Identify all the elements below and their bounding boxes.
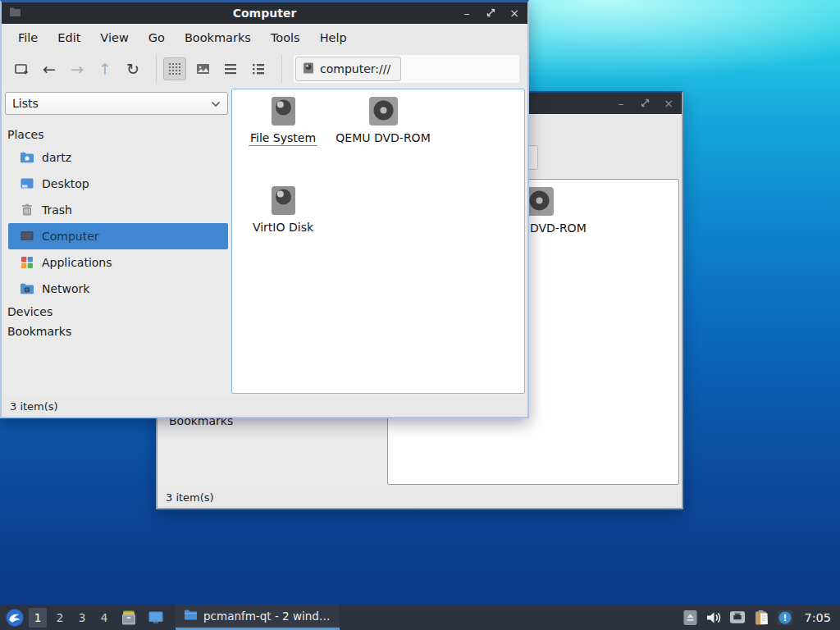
titlebar-front[interactable]: Computer – × xyxy=(2,2,527,24)
drive-icon xyxy=(303,62,314,76)
system-tray: ! xyxy=(682,609,793,626)
svg-text:!: ! xyxy=(783,613,788,623)
restore-button[interactable] xyxy=(485,7,496,19)
new-window-button[interactable] xyxy=(10,57,33,80)
sidebar-item-label: Computer xyxy=(42,230,99,243)
workspace-button-4[interactable]: 4 xyxy=(95,608,113,628)
trash-icon xyxy=(20,203,34,217)
sidebar-item-trash[interactable]: Trash xyxy=(8,197,228,223)
minimize-button[interactable]: – xyxy=(615,98,627,109)
path-button-label: computer:/// xyxy=(320,62,390,75)
file-view[interactable]: File System QEMU DVD-ROM VirtIO Disk xyxy=(231,89,525,394)
window-folder-icon xyxy=(9,7,21,20)
eject-removable-media-icon[interactable] xyxy=(682,609,698,626)
file-label: File System xyxy=(249,131,317,146)
computer-icon xyxy=(20,229,34,244)
menu-file[interactable]: File xyxy=(8,27,48,48)
sidebar-item-applications[interactable]: Applications xyxy=(8,249,228,276)
places-tree: Places dartz Desktop xyxy=(2,118,231,341)
file-manager-window-front[interactable]: Computer – × File Edit View Go Bookmarks… xyxy=(0,0,529,418)
sidebar-item-label: Applications xyxy=(42,256,112,269)
taskbar: 1 2 3 4 pcmanfm-qt - 2 windo... xyxy=(0,605,840,630)
quicklaunch-desktop-icon[interactable] xyxy=(145,607,167,628)
menubar: File Edit View Go Bookmarks Tools Help xyxy=(2,24,527,51)
workspace-button-3[interactable]: 3 xyxy=(73,608,91,628)
desktop-icon xyxy=(20,176,34,191)
sidebar-item-label: Trash xyxy=(42,203,72,217)
restore-button[interactable] xyxy=(639,98,651,109)
minimize-button[interactable]: – xyxy=(461,7,472,19)
home-folder-icon xyxy=(20,150,34,165)
file-item-virtio-disk[interactable]: VirtIO Disk xyxy=(235,185,331,235)
statusbar-back: 3 item(s) xyxy=(158,487,682,508)
back-button[interactable]: ← xyxy=(38,57,61,80)
file-label: VirtIO Disk xyxy=(251,221,315,235)
sidebar-item-desktop[interactable]: Desktop xyxy=(8,171,228,197)
sidebar-category-places: Places xyxy=(2,125,231,144)
window-body: Lists Places dartz xyxy=(2,87,527,396)
toolbar: ← → ↑ ↻ xyxy=(2,51,527,87)
sidebar-item-dartz[interactable]: dartz xyxy=(8,144,228,171)
sidebar-item-label: dartz xyxy=(42,151,71,164)
close-button[interactable]: × xyxy=(509,7,520,19)
hard-drive-icon xyxy=(268,96,299,126)
menu-tools[interactable]: Tools xyxy=(261,27,310,48)
file-label: QEMU DVD-ROM xyxy=(334,131,431,145)
optical-disc-icon xyxy=(368,96,399,126)
start-menu-button[interactable] xyxy=(4,607,25,628)
compact-view-button[interactable] xyxy=(219,57,242,80)
workspace-button-1[interactable]: 1 xyxy=(29,608,47,628)
menu-bookmarks[interactable]: Bookmarks xyxy=(175,27,261,48)
file-item-qemu-dvd-rom[interactable]: QEMU DVD-ROM xyxy=(335,96,431,145)
desktop-wallpaper: Computer – × computer:/// Devices Bookma… xyxy=(0,0,840,630)
clipboard-icon[interactable] xyxy=(753,609,769,626)
network-tray-icon[interactable] xyxy=(729,609,746,626)
menu-edit[interactable]: Edit xyxy=(48,27,90,48)
up-button[interactable]: ↑ xyxy=(94,57,116,80)
detailed-list-view-button[interactable] xyxy=(247,57,270,80)
folder-icon xyxy=(184,609,198,623)
volume-icon[interactable] xyxy=(705,609,722,626)
sidebar-item-network[interactable]: Network xyxy=(8,276,228,302)
menu-help[interactable]: Help xyxy=(310,27,357,48)
toolbar-separator xyxy=(281,55,282,83)
toolbar-separator xyxy=(156,55,157,83)
pathbar[interactable]: computer:/// xyxy=(294,55,519,83)
sidebar-mode-label: Lists xyxy=(12,97,39,110)
path-button[interactable]: computer:/// xyxy=(295,57,401,81)
sidebar: Lists Places dartz xyxy=(2,87,231,396)
network-icon xyxy=(20,281,34,296)
sidebar-item-computer[interactable]: Computer xyxy=(8,223,228,249)
menu-go[interactable]: Go xyxy=(139,27,175,48)
sidebar-mode-selector[interactable]: Lists xyxy=(5,92,228,115)
reload-button[interactable]: ↻ xyxy=(121,57,144,80)
window-title: Computer xyxy=(2,7,527,20)
status-text: 3 item(s) xyxy=(10,400,58,413)
notification-icon[interactable]: ! xyxy=(777,609,793,626)
sidebar-category-devices: Devices xyxy=(2,302,231,322)
chevron-down-icon xyxy=(211,97,221,110)
icon-view-button[interactable] xyxy=(163,57,186,80)
quicklaunch-file-manager-icon[interactable] xyxy=(118,607,139,628)
workspace-button-2[interactable]: 2 xyxy=(51,608,69,628)
file-item-file-system[interactable]: File System xyxy=(235,96,331,146)
applications-icon xyxy=(20,255,34,270)
sidebar-item-label: Network xyxy=(42,282,89,295)
hard-drive-icon xyxy=(268,185,299,216)
thumbnail-view-button[interactable] xyxy=(191,57,214,80)
forward-button[interactable]: → xyxy=(66,57,89,80)
taskbar-task-pcmanfm[interactable]: pcmanfm-qt - 2 windo... xyxy=(176,605,340,630)
sidebar-item-label: Desktop xyxy=(42,177,89,190)
task-button-label: pcmanfm-qt - 2 windo... xyxy=(203,609,331,623)
sidebar-category-bookmarks: Bookmarks xyxy=(2,322,231,341)
menu-view[interactable]: View xyxy=(90,27,138,48)
statusbar: 3 item(s) xyxy=(2,396,527,417)
status-text: 3 item(s) xyxy=(166,491,214,504)
taskbar-clock[interactable]: 7:05 xyxy=(804,611,831,624)
close-button[interactable]: × xyxy=(663,98,674,109)
